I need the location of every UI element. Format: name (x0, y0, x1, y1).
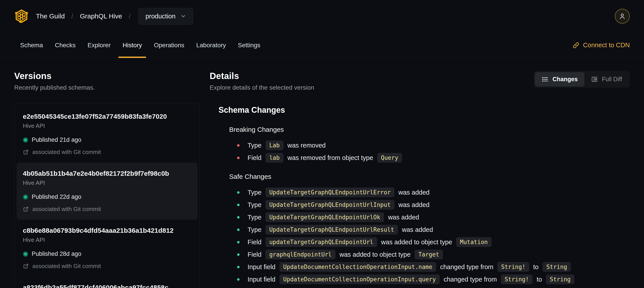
connect-to-cdn-link[interactable]: Connect to CDN (572, 32, 630, 58)
change-text: changed type from (442, 276, 498, 283)
change-text: Type (248, 189, 263, 196)
breaking-bullet-icon (237, 157, 240, 159)
version-card[interactable]: a823f6db2a55df877dcf406006abca97fcc4858c… (16, 277, 198, 288)
publish-status-text: Published 21d ago (32, 136, 81, 143)
change-text: Input field (248, 276, 277, 283)
breadcrumb-separator: / (129, 13, 130, 20)
change-item: Type Lab was removed (237, 139, 630, 152)
full-diff-view-button[interactable]: Full Diff (584, 72, 629, 87)
code-chip: Query (377, 153, 402, 163)
tab-schema[interactable]: Schema (14, 32, 49, 58)
change-text: to (535, 276, 544, 283)
external-link-icon (23, 206, 29, 212)
change-text: Field (248, 154, 263, 162)
version-card[interactable]: 4b05ab51b1b4a7e2e4b0ef82172f2b9f7ef98c0b… (16, 163, 198, 220)
link-chain-icon (572, 42, 580, 49)
tab-checks[interactable]: Checks (49, 32, 82, 58)
safe-bullet-icon (237, 216, 240, 218)
published-dot-icon (23, 194, 28, 200)
change-item: Field graphqlEndpointUrl was added to ob… (237, 248, 630, 261)
change-text: Input field (248, 263, 277, 271)
publish-status-text: Published 22d ago (32, 193, 81, 200)
git-commit-label: associated with Git commit (32, 149, 101, 156)
user-icon (618, 13, 626, 20)
change-description: Field graphqlEndpointUrl was added to ob… (248, 250, 445, 259)
change-item: Field updateTargetGraphQLEndpointUrl was… (237, 236, 630, 248)
change-text: was added (400, 226, 433, 233)
schema-changes-title: Schema Changes (218, 105, 630, 115)
change-description: Input field UpdateDocumentCollectionOper… (248, 262, 573, 272)
environment-dropdown[interactable]: production (138, 8, 193, 25)
publish-status-text: Published 28d ago (32, 250, 81, 257)
safe-changes-title: Safe Changes (229, 173, 630, 180)
tab-explorer[interactable]: Explorer (82, 32, 116, 58)
code-chip: UpdateTargetGraphQLEndpointUrlError (266, 187, 394, 197)
breadcrumb-org[interactable]: The Guild (36, 13, 65, 20)
change-item: Type UpdateTargetGraphQLEndpointUrlError… (237, 186, 630, 199)
change-text: was added (386, 214, 419, 221)
hive-logo-icon[interactable] (14, 9, 29, 24)
safe-bullet-icon (237, 278, 240, 281)
user-avatar-button[interactable] (615, 9, 630, 24)
change-description: Type Lab was removed (248, 140, 326, 150)
full-diff-view-label: Full Diff (602, 76, 622, 83)
safe-bullet-icon (237, 253, 240, 256)
connect-to-cdn-label: Connect to CDN (583, 42, 630, 49)
nav-tabs: SchemaChecksExplorerHistoryOperationsLab… (14, 32, 266, 58)
breadcrumb-separator: / (71, 13, 73, 20)
chevron-down-icon (180, 13, 186, 19)
version-hash: c8b6e88a06793b9c4dfd54aaa21b36a1b421d812 (23, 227, 191, 234)
breadcrumb: The Guild / GraphQL Hive / production (36, 8, 193, 25)
breaking-bullet-icon (237, 144, 240, 147)
tab-laboratory[interactable]: Laboratory (190, 32, 232, 58)
breaking-changes-title: Breaking Changes (229, 126, 630, 133)
change-description: Field updateTargetGraphQLEndpointUrl was… (248, 237, 494, 247)
schema-changes-section: Schema Changes Breaking Changes Type Lab… (210, 105, 630, 285)
external-link-icon (23, 149, 29, 155)
tab-operations[interactable]: Operations (148, 32, 190, 58)
change-description: Type UpdateTargetGraphQLEndpointUrlError… (248, 187, 430, 197)
version-card[interactable]: e2e55045345ce13fe07f52a77459b83fa3fe7020… (16, 106, 198, 163)
change-item: Input field UpdateDocumentCollectionOper… (237, 273, 630, 285)
change-description: Type UpdateTargetGraphQLEndpointUrlOk wa… (248, 212, 419, 222)
change-text: Type (248, 226, 263, 233)
code-chip: String (546, 274, 574, 284)
version-card[interactable]: c8b6e88a06793b9c4dfd54aaa21b36a1b421d812… (16, 220, 198, 277)
code-chip: String (542, 262, 571, 272)
code-chip: UpdateDocumentCollectionOperationInput.q… (280, 274, 440, 284)
details-header: Details Explore details of the selected … (210, 71, 630, 91)
published-dot-icon (23, 137, 28, 143)
service-name: Hive API (23, 179, 191, 186)
git-commit-link[interactable]: associated with Git commit (23, 263, 191, 269)
change-text: to (532, 263, 540, 271)
code-chip: UpdateTargetGraphQLEndpointUrlOk (266, 212, 384, 222)
published-dot-icon (23, 251, 28, 257)
list-icon (542, 76, 548, 83)
change-text: Type (248, 201, 263, 209)
change-text: was added to object type (338, 251, 412, 258)
change-text: was added (397, 189, 430, 196)
details-title: Details (210, 71, 314, 81)
breadcrumb-project[interactable]: GraphQL Hive (80, 13, 122, 20)
git-commit-label: associated with Git commit (32, 206, 101, 213)
versions-panel: Versions Recently published schemas. e2e… (14, 71, 200, 288)
versions-subtitle: Recently published schemas. (14, 84, 200, 91)
tab-settings[interactable]: Settings (232, 32, 266, 58)
change-text: was added (397, 201, 430, 209)
code-chip: UpdateDocumentCollectionOperationInput.n… (280, 262, 436, 272)
git-commit-link[interactable]: associated with Git commit (23, 149, 191, 156)
breaking-changes-list: Type Lab was removedField lab was remove… (229, 139, 630, 164)
safe-bullet-icon (237, 191, 240, 194)
version-hash: e2e55045345ce13fe07f52a77459b83fa3fe7020 (23, 113, 191, 120)
git-commit-link[interactable]: associated with Git commit (23, 206, 191, 213)
code-chip: String! (501, 274, 533, 284)
details-panel: Details Explore details of the selected … (210, 71, 630, 288)
code-chip: UpdateTargetGraphQLEndpointUrlInput (266, 200, 394, 210)
main-content: Versions Recently published schemas. e2e… (0, 71, 644, 288)
change-item: Type UpdateTargetGraphQLEndpointUrlResul… (237, 223, 630, 236)
safe-changes-list: Type UpdateTargetGraphQLEndpointUrlError… (229, 186, 630, 285)
code-chip: String! (497, 262, 529, 272)
tab-history[interactable]: History (116, 32, 148, 58)
changes-view-button[interactable]: Changes (535, 72, 584, 87)
safe-bullet-icon (237, 204, 240, 206)
